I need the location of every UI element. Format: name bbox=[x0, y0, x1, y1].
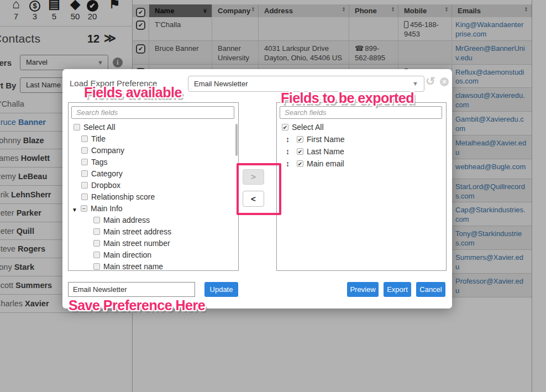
field-label: Main street number bbox=[103, 238, 170, 249]
field-label: Relationship score bbox=[91, 192, 155, 202]
field-label: Title bbox=[91, 134, 106, 144]
preference-name-input[interactable] bbox=[68, 282, 195, 297]
field-checkbox[interactable]: ✔ bbox=[297, 136, 303, 143]
field-checkbox[interactable] bbox=[93, 217, 100, 223]
annotation-highlight-box bbox=[237, 163, 281, 215]
field-label: Main street name bbox=[103, 262, 163, 271]
field-checkbox[interactable] bbox=[81, 182, 88, 189]
exported-field-item[interactable]: ↕✔Last Name bbox=[277, 147, 443, 158]
field-checkbox[interactable] bbox=[81, 147, 88, 154]
field-item[interactable]: Main street name bbox=[69, 262, 234, 271]
exported-field-item[interactable]: ↕✔First Name bbox=[277, 134, 443, 146]
field-checkbox[interactable] bbox=[81, 135, 88, 142]
annotation-save-here: Save Preference Here bbox=[69, 297, 205, 313]
preview-button[interactable]: Preview bbox=[347, 282, 379, 297]
annotation-fields-exported: Fields to be exported bbox=[281, 90, 414, 106]
field-checkbox[interactable] bbox=[93, 263, 100, 270]
field-label: Company bbox=[91, 145, 124, 156]
field-label: Select All bbox=[83, 122, 116, 133]
search-fields-input-right[interactable] bbox=[280, 106, 442, 119]
field-checkbox[interactable] bbox=[74, 124, 80, 130]
chevron-down-icon: ▼ bbox=[412, 76, 418, 91]
field-label: Last Name bbox=[307, 147, 344, 157]
field-item[interactable]: Dropbox bbox=[69, 180, 234, 192]
field-item[interactable]: Main street address bbox=[69, 227, 234, 238]
exported-field-item[interactable]: ↕✔Main email bbox=[277, 159, 443, 170]
update-button[interactable]: Update bbox=[204, 282, 238, 297]
clear-preference-icon[interactable]: × bbox=[440, 77, 449, 86]
field-checkbox[interactable] bbox=[81, 170, 88, 177]
field-label: Tags bbox=[91, 157, 108, 168]
undo-icon[interactable]: ↺ bbox=[426, 75, 435, 88]
export-button[interactable]: Export bbox=[384, 282, 411, 297]
field-item[interactable]: Company bbox=[69, 145, 234, 157]
preference-dropdown-value: Email Newsletter bbox=[194, 80, 248, 88]
field-checkbox[interactable] bbox=[81, 194, 88, 200]
field-item[interactable]: Tags bbox=[69, 157, 234, 169]
field-label: First Name bbox=[307, 134, 344, 145]
annotation-fields-available: Fields available bbox=[84, 85, 182, 101]
field-checkbox[interactable]: − bbox=[81, 205, 87, 212]
app-root: ⌂7$3▤5◆50✔20⚑ Contacts 12 ≫ Filters Marv… bbox=[0, 0, 546, 392]
field-checkbox[interactable] bbox=[93, 240, 100, 247]
fields-available-panel: Select AllTitleCompanyTagsCategoryDropbo… bbox=[68, 102, 239, 271]
field-item[interactable]: Category bbox=[69, 169, 234, 180]
collapse-arrow-icon[interactable]: ▼ bbox=[72, 205, 77, 215]
field-item[interactable]: Select All bbox=[69, 122, 234, 134]
field-label: Dropbox bbox=[91, 180, 120, 191]
field-label: Main street address bbox=[103, 227, 171, 237]
field-item[interactable]: ▼−Main Info bbox=[69, 203, 234, 215]
field-checkbox[interactable] bbox=[81, 159, 88, 165]
field-checkbox[interactable] bbox=[93, 228, 100, 235]
field-checkbox[interactable]: ✔ bbox=[282, 124, 288, 130]
field-item[interactable]: Title bbox=[69, 134, 234, 145]
field-label: Category bbox=[91, 169, 123, 179]
field-checkbox[interactable] bbox=[93, 252, 100, 258]
drag-handle-icon[interactable]: ↕ bbox=[286, 134, 290, 145]
field-checkbox[interactable]: ✔ bbox=[297, 148, 303, 155]
field-label: Main Info bbox=[91, 203, 123, 214]
field-label: Main email bbox=[307, 159, 344, 169]
field-label: Main address bbox=[103, 215, 150, 226]
field-item[interactable]: Relationship score bbox=[69, 192, 234, 203]
cancel-button[interactable]: Cancel bbox=[416, 282, 445, 297]
field-label: Select All bbox=[292, 122, 324, 133]
exported-field-item[interactable]: ✔Select All bbox=[277, 122, 443, 134]
search-fields-input-left[interactable] bbox=[71, 106, 234, 119]
field-item[interactable]: Main address bbox=[69, 215, 234, 227]
drag-handle-icon[interactable]: ↕ bbox=[286, 159, 290, 169]
field-item[interactable]: Main direction bbox=[69, 250, 234, 262]
preference-dropdown[interactable]: Email Newsletter ▼ bbox=[188, 76, 424, 92]
fields-exported-panel: ✔Select All↕✔First Name↕✔Last Name↕✔Main… bbox=[276, 102, 447, 271]
scrollbar-thumb[interactable] bbox=[235, 124, 238, 156]
field-checkbox[interactable]: ✔ bbox=[297, 160, 303, 167]
field-item[interactable]: Main street number bbox=[69, 238, 234, 250]
field-label: Main direction bbox=[103, 250, 151, 260]
drag-handle-icon[interactable]: ↕ bbox=[286, 147, 290, 157]
